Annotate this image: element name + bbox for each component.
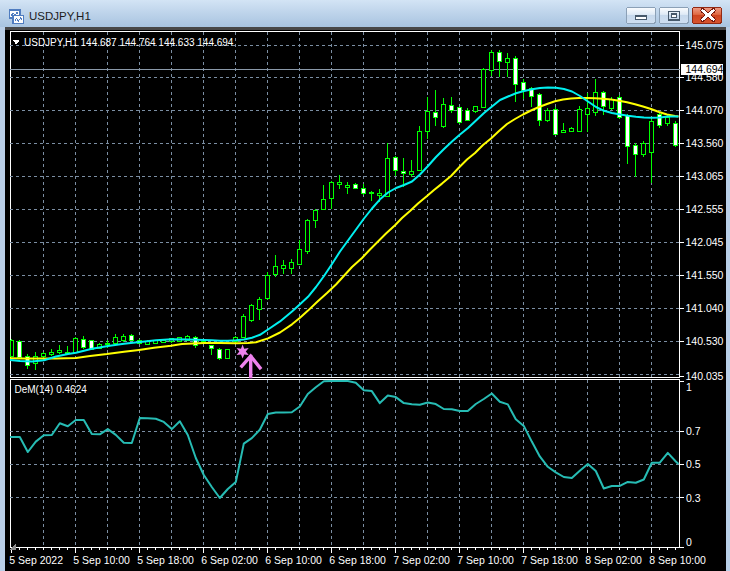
svg-text:8 Sep 10:00: 8 Sep 10:00: [649, 554, 706, 566]
svg-text:6 Sep 10:00: 6 Sep 10:00: [265, 554, 322, 566]
svg-text:6 Sep 18:00: 6 Sep 18:00: [329, 554, 386, 566]
svg-text:143.065: 143.065: [686, 170, 724, 182]
svg-text:0: 0: [686, 536, 692, 548]
svg-text:143.560: 143.560: [686, 137, 724, 149]
svg-text:USDJPY,H1: USDJPY,H1: [29, 10, 91, 22]
svg-text:7 Sep 10:00: 7 Sep 10:00: [457, 554, 514, 566]
svg-text:142.555: 142.555: [686, 203, 724, 215]
svg-text:5 Sep 18:00: 5 Sep 18:00: [137, 554, 194, 566]
svg-text:141.550: 141.550: [686, 269, 724, 281]
svg-text:8 Sep 02:00: 8 Sep 02:00: [585, 554, 642, 566]
svg-text:0.3: 0.3: [686, 492, 701, 504]
svg-text:144.694: 144.694: [686, 63, 724, 75]
svg-text:0.5: 0.5: [686, 458, 701, 470]
svg-text:1: 1: [686, 381, 692, 393]
svg-text:6 Sep 02:00: 6 Sep 02:00: [201, 554, 258, 566]
svg-text:142.045: 142.045: [686, 236, 724, 248]
svg-text:0.7: 0.7: [686, 425, 701, 437]
svg-text:144.070: 144.070: [686, 104, 724, 116]
svg-text:141.040: 141.040: [686, 302, 724, 314]
svg-text:USDJPY,H1 144.687 144.764 144.: USDJPY,H1 144.687 144.764 144.633 144.69…: [24, 37, 234, 48]
svg-text:145.075: 145.075: [686, 39, 724, 51]
svg-text:5 Sep 10:00: 5 Sep 10:00: [73, 554, 130, 566]
svg-text:DeM(14) 0.4624: DeM(14) 0.4624: [15, 384, 88, 395]
svg-text:140.530: 140.530: [686, 335, 724, 347]
svg-text:5 Sep 2022: 5 Sep 2022: [9, 554, 63, 566]
svg-text:7 Sep 18:00: 7 Sep 18:00: [521, 554, 578, 566]
svg-text:7 Sep 02:00: 7 Sep 02:00: [393, 554, 450, 566]
